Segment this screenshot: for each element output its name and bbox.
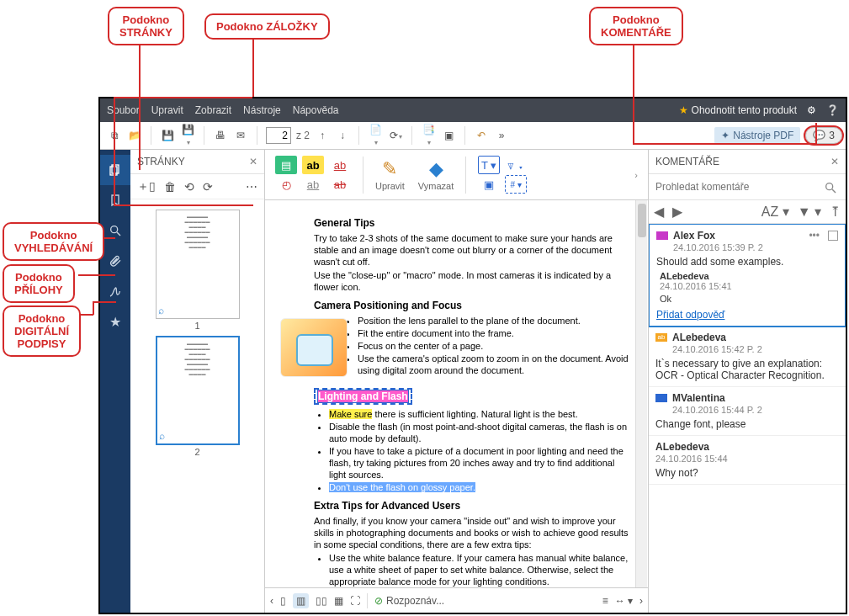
svg-line-3 bbox=[117, 232, 120, 236]
text: Fit the entire document into the frame. bbox=[329, 327, 631, 339]
mail-icon[interactable]: ✉ bbox=[233, 130, 248, 141]
save-as-icon[interactable]: 💾 bbox=[180, 124, 195, 147]
close-icon[interactable]: ✕ bbox=[830, 156, 839, 167]
more-icon[interactable]: ⋯ bbox=[246, 180, 257, 194]
svg-point-4 bbox=[826, 183, 833, 189]
book-view-icon[interactable]: ▦ bbox=[334, 595, 343, 607]
comment-item[interactable]: Alex Fox ••• 24.10.2016 15:39 P. 2 Shoul… bbox=[649, 224, 846, 327]
chevron-right-icon[interactable]: › bbox=[629, 170, 643, 180]
rotate-icon[interactable]: ⟳ bbox=[388, 130, 403, 141]
comment-item[interactable]: MValentina 24.10.2016 15:44 P. 2 Change … bbox=[649, 387, 846, 436]
comments-search bbox=[649, 174, 846, 200]
color-swatch bbox=[656, 231, 668, 240]
add-reply-link[interactable]: Přidat odpověď bbox=[656, 309, 724, 321]
number-box-icon[interactable]: # ▾ bbox=[505, 175, 527, 194]
text: Don't use the flash on glossy paper. bbox=[329, 481, 631, 493]
more-icon[interactable]: ••• bbox=[809, 230, 820, 242]
rotate-left-icon[interactable]: ⟲ bbox=[184, 180, 194, 194]
chevron-left-icon[interactable]: ‹ bbox=[270, 595, 273, 607]
comment-body: Should add some examples. bbox=[656, 256, 838, 268]
add-page-icon[interactable]: ＋▯ bbox=[137, 179, 156, 194]
recognize-status[interactable]: ⊘Rozpoznáv... bbox=[374, 595, 444, 607]
more-icon[interactable]: » bbox=[494, 130, 509, 141]
pages-toolbar: ＋▯ 🗑 ⟲ ⟳ ⋯ bbox=[130, 174, 264, 199]
page-thumbnail[interactable]: ▬▬▬▬▬▬▬▬▬▬▬▬▬▬▬▬▬▬▬▬▬▬▬▬▬▬▬▬▬▬▬▬▬▬▬▬ ⌕ bbox=[156, 336, 240, 445]
text: Focus on the center of a page. bbox=[329, 340, 631, 352]
comment-body: Change font, please bbox=[655, 418, 839, 430]
comment-body: Why not? bbox=[655, 467, 839, 479]
note-icon[interactable]: ▤ bbox=[275, 156, 297, 174]
nav-search-icon[interactable] bbox=[100, 215, 130, 246]
document-view[interactable]: General Tips Try to take 2-3 shots of th… bbox=[265, 200, 648, 587]
close-icon[interactable]: ✕ bbox=[249, 156, 257, 167]
save-icon[interactable]: 💾 bbox=[160, 130, 175, 141]
comment-meta: 24.10.2016 15:44 P. 2 bbox=[672, 405, 839, 415]
image-icon[interactable]: ▣ bbox=[478, 175, 500, 194]
menu-view[interactable]: Zobrazit bbox=[195, 104, 231, 116]
menu-icon[interactable]: ≡ bbox=[602, 595, 608, 607]
edit-button[interactable]: ✎ Upravit bbox=[370, 150, 410, 199]
next-comment-icon[interactable]: ▶ bbox=[672, 204, 682, 220]
extract-icon[interactable]: 📑 bbox=[421, 124, 436, 147]
add-page-icon[interactable]: 📄 bbox=[368, 124, 383, 147]
search-input[interactable] bbox=[654, 178, 820, 196]
comment-meta: 24.10.2016 15:39 P. 2 bbox=[673, 242, 838, 252]
erase-button[interactable]: ◆ Vymazat bbox=[413, 150, 459, 199]
help-icon[interactable]: ❔ bbox=[826, 104, 839, 116]
page-up-icon[interactable]: ↑ bbox=[315, 130, 330, 141]
zoom-icon[interactable]: ⌕ bbox=[158, 305, 164, 316]
strike-icon[interactable]: ab bbox=[329, 175, 351, 194]
page-down-icon[interactable]: ↓ bbox=[335, 130, 350, 141]
callout-attachments: Podokno PŘÍLOHY bbox=[3, 264, 75, 303]
underline-icon[interactable]: ab bbox=[329, 156, 351, 174]
menu-help[interactable]: Nápověda bbox=[293, 104, 339, 116]
annotation-toolbar: ▤ ab ab ◴ ab ab ✎ Upravit ◆ bbox=[265, 150, 648, 200]
nav-pages-icon[interactable] bbox=[100, 155, 130, 185]
expand-icon[interactable]: ⤒ bbox=[830, 204, 841, 220]
heading: Extra Tips for Advanced Users bbox=[314, 500, 631, 512]
search-icon[interactable] bbox=[820, 179, 841, 194]
nav-attachments-icon[interactable] bbox=[100, 246, 130, 276]
print-icon[interactable]: 🖶 bbox=[213, 130, 228, 141]
text: Use the "close-up" or "macro" mode. In m… bbox=[314, 269, 631, 293]
textbox-icon[interactable]: T ▾ bbox=[478, 156, 500, 174]
sort-button[interactable]: AZ ▾ bbox=[761, 204, 789, 220]
camera-illustration bbox=[280, 318, 348, 377]
nav-favorites-icon[interactable]: ★ bbox=[100, 306, 130, 337]
gear-icon[interactable]: ⚙ bbox=[807, 104, 816, 116]
delete-page-icon[interactable]: 🗑 bbox=[164, 180, 176, 194]
ocr-icon[interactable]: ▣ bbox=[441, 130, 456, 141]
stamp-red-icon[interactable]: ◴ bbox=[275, 175, 297, 194]
pdf-tools-button[interactable]: ✦ Nástroje PDF bbox=[714, 127, 800, 144]
page-number: 1 bbox=[130, 321, 264, 331]
stamp-icon[interactable]: ⍒ ▾ bbox=[505, 156, 527, 174]
rotate-right-icon[interactable]: ⟳ bbox=[203, 180, 213, 194]
fit-width-icon[interactable]: ▥ bbox=[293, 593, 309, 608]
highlight-icon[interactable]: ab bbox=[302, 156, 324, 174]
insert-text-icon[interactable]: ab bbox=[302, 175, 324, 194]
filter-icon[interactable]: ▼ ▾ bbox=[798, 204, 821, 220]
checkbox[interactable] bbox=[828, 231, 838, 241]
comment-item[interactable]: ab ALebedeva 24.10.2016 15:42 P. 2 It`s … bbox=[649, 327, 846, 387]
scrollbar[interactable] bbox=[635, 200, 647, 587]
zoom-icon[interactable]: ⌕ bbox=[159, 430, 165, 442]
comments-toggle[interactable]: 💬 3 bbox=[805, 127, 842, 144]
menu-edit[interactable]: Upravit bbox=[151, 104, 183, 116]
main-toolbar: ⧉ 📂 💾 💾 🖶 ✉ z 2 ↑ ↓ 📄 ⟳ 📑 ▣ bbox=[100, 122, 846, 150]
chevron-right-icon[interactable]: › bbox=[639, 595, 643, 607]
rate-product[interactable]: ★Ohodnotit tento produkt bbox=[679, 104, 797, 116]
nav-bookmarks-icon[interactable] bbox=[100, 185, 130, 215]
text: Try to take 2-3 shots of the same docume… bbox=[314, 232, 631, 268]
fit-icon[interactable]: ↔ ▾ bbox=[615, 595, 633, 607]
fullscreen-icon[interactable]: ⛶ bbox=[350, 595, 360, 607]
single-page-icon[interactable]: ▯ bbox=[280, 595, 286, 607]
menu-file[interactable]: Soubor bbox=[107, 104, 140, 116]
menu-tools[interactable]: Nástroje bbox=[243, 104, 281, 116]
prev-comment-icon[interactable]: ◀ bbox=[654, 204, 664, 220]
two-page-icon[interactable]: ▯▯ bbox=[316, 595, 327, 607]
page-number-input[interactable] bbox=[266, 127, 291, 144]
undo-icon[interactable]: ↶ bbox=[474, 130, 489, 141]
comment-item[interactable]: ALebedeva 24.10.2016 15:44 Why not? bbox=[649, 436, 846, 485]
callout-signatures: Podokno DIGITÁLNÍ PODPISY bbox=[3, 305, 81, 357]
page-thumbnail[interactable]: ▬▬▬▬▬▬▬▬▬▬▬▬▬▬▬▬▬▬▬▬▬▬▬▬▬▬▬▬▬▬▬▬▬▬▬▬ ⌕ bbox=[156, 210, 240, 319]
